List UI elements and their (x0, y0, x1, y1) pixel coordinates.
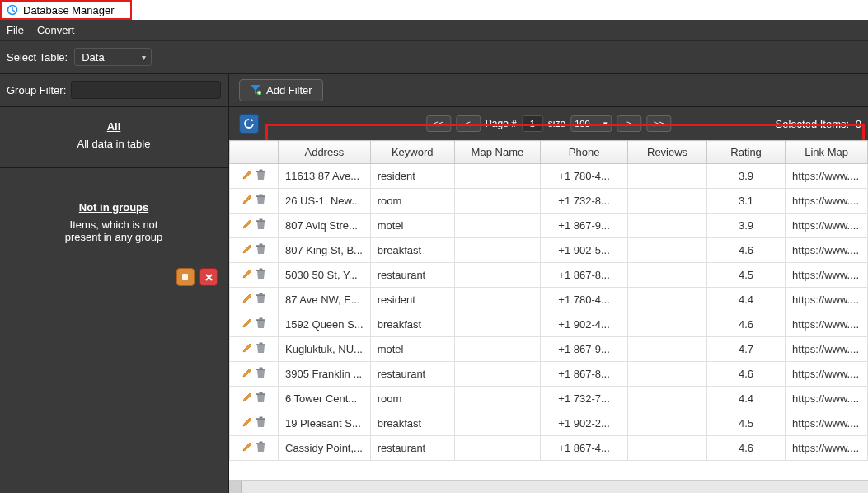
refresh-button[interactable] (239, 114, 259, 134)
edit-icon[interactable] (242, 342, 253, 356)
pager-page-input[interactable] (522, 115, 543, 132)
cell-reviews (628, 312, 707, 337)
col-header-map-name[interactable]: Map Name (454, 141, 540, 164)
cell-keyword: breakfast (370, 312, 454, 337)
table-row[interactable]: Cassidy Point,...restaurant+1 867-4...4.… (230, 436, 868, 461)
delete-icon[interactable] (256, 268, 266, 282)
edit-icon[interactable] (242, 317, 253, 331)
edit-icon[interactable] (242, 194, 253, 208)
table-row[interactable]: 11613 87 Ave...resident+1 780-4...3.9htt… (230, 164, 868, 189)
sidebar-all-section[interactable]: All All data in table (0, 107, 228, 168)
cell-phone: +1 732-8... (541, 189, 628, 214)
table-select-toolbar: Select Table: Data (0, 41, 868, 74)
table-row[interactable]: 807 King St, B...breakfast+1 902-5...4.6… (230, 238, 868, 263)
cell-reviews (628, 362, 707, 387)
menu-convert[interactable]: Convert (37, 24, 75, 36)
cell-keyword: breakfast (370, 411, 454, 436)
table-row[interactable]: 5030 50 St, Y...restaurant+1 867-8...4.5… (230, 263, 868, 288)
edit-icon[interactable] (242, 218, 253, 232)
edit-icon[interactable] (242, 268, 253, 282)
cell-phone: +1 780-4... (541, 164, 628, 189)
delete-icon[interactable] (256, 243, 266, 257)
col-header-address[interactable]: Address (279, 141, 371, 164)
table-row[interactable]: 87 Ave NW, E...resident+1 780-4...4.4htt… (230, 288, 868, 312)
delete-icon[interactable] (256, 342, 266, 356)
edit-icon[interactable] (242, 367, 253, 381)
group-filter-input[interactable] (71, 81, 221, 99)
svg-rect-10 (260, 244, 263, 246)
delete-icon[interactable] (256, 392, 266, 406)
select-table-value: Data (82, 51, 104, 63)
col-header-rating[interactable]: Rating (707, 141, 786, 164)
table-head: AddressKeywordMap NamePhoneReviewsRating… (230, 141, 868, 164)
sidebar-all-sub: All data in table (8, 138, 219, 150)
cell-rating: 4.5 (707, 263, 786, 288)
cell-mapname (454, 238, 540, 263)
pager-prev-button[interactable]: < (456, 115, 481, 132)
col-header-link-map[interactable]: Link Map (786, 141, 868, 164)
cell-address: 5030 50 St, Y... (279, 263, 371, 288)
cell-reviews (628, 337, 707, 362)
table-row[interactable]: Kugluktuk, NU...motel+1 867-9...4.7https… (230, 337, 868, 362)
edit-icon[interactable] (242, 169, 253, 183)
delete-icon[interactable] (256, 169, 266, 183)
edit-icon[interactable] (242, 392, 253, 406)
pager-next-button[interactable]: > (617, 115, 641, 132)
edit-icon[interactable] (242, 441, 253, 455)
add-filter-button[interactable]: Add Filter (239, 79, 323, 101)
delete-icon[interactable] (256, 416, 266, 430)
cell-address: 26 US-1, New... (279, 189, 371, 214)
delete-icon[interactable] (256, 194, 266, 208)
cell-mapname (454, 436, 540, 461)
cell-reviews (628, 238, 707, 263)
cell-link: https://www.... (786, 263, 868, 288)
col-header-actions[interactable] (230, 141, 279, 164)
sidebar-delete-button[interactable] (199, 268, 218, 286)
edit-icon[interactable] (242, 293, 253, 307)
pager-last-button[interactable]: >> (646, 115, 671, 132)
cell-link: https://www.... (786, 214, 868, 238)
delete-icon[interactable] (256, 367, 266, 381)
col-header-reviews[interactable]: Reviews (628, 141, 707, 164)
edit-icon[interactable] (242, 416, 253, 430)
delete-icon[interactable] (256, 441, 266, 455)
horizontal-scrollbar[interactable] (229, 480, 868, 493)
cell-address: 1592 Queen S... (279, 312, 371, 337)
cell-rating: 4.6 (707, 312, 786, 337)
select-table-dropdown[interactable]: Data (74, 48, 152, 66)
delete-icon[interactable] (256, 317, 266, 331)
menu-file[interactable]: File (7, 24, 24, 36)
cell-link: https://www.... (786, 362, 868, 387)
table-row[interactable]: 19 Pleasant S...breakfast+1 902-2...4.5h… (230, 411, 868, 436)
svg-rect-16 (260, 318, 263, 320)
delete-icon[interactable] (256, 293, 266, 307)
table-row[interactable]: 6 Tower Cent...room+1 732-7...4.4https:/… (230, 387, 868, 411)
cell-phone: +1 867-9... (541, 337, 628, 362)
app-icon (7, 4, 18, 16)
col-header-phone[interactable]: Phone (541, 141, 628, 164)
table-body: 11613 87 Ave...resident+1 780-4...3.9htt… (230, 164, 868, 461)
cell-address: 11613 87 Ave... (279, 164, 371, 189)
data-table: AddressKeywordMap NamePhoneReviewsRating… (229, 140, 868, 461)
svg-rect-26 (260, 442, 263, 444)
pager-size-select[interactable]: 100 ▾ (570, 115, 612, 132)
svg-rect-12 (260, 269, 263, 270)
table-row[interactable]: 26 US-1, New...room+1 732-8...3.1https:/… (230, 189, 868, 214)
sidebar-copy-button[interactable] (176, 268, 195, 286)
pager-first-button[interactable]: << (426, 115, 451, 132)
pager-page-label: Page # (486, 118, 517, 129)
cell-reviews (628, 189, 707, 214)
cell-phone: +1 867-9... (541, 214, 628, 238)
table-row[interactable]: 3905 Franklin ...restaurant+1 867-8...4.… (230, 362, 868, 387)
table-row[interactable]: 1592 Queen S...breakfast+1 902-4...4.6ht… (230, 312, 868, 337)
table-row[interactable]: 807 Aviq Stre...motel+1 867-9...3.9https… (230, 214, 868, 238)
data-table-wrap[interactable]: AddressKeywordMap NamePhoneReviewsRating… (229, 140, 868, 480)
delete-icon[interactable] (256, 218, 266, 232)
cell-mapname (454, 214, 540, 238)
col-header-keyword[interactable]: Keyword (370, 141, 454, 164)
cell-keyword: restaurant (370, 436, 454, 461)
sidebar-notingroups-section[interactable]: Not in groups Items, which is not presen… (0, 168, 228, 260)
cell-reviews (628, 387, 707, 411)
cell-keyword: restaurant (370, 362, 454, 387)
edit-icon[interactable] (242, 243, 253, 257)
